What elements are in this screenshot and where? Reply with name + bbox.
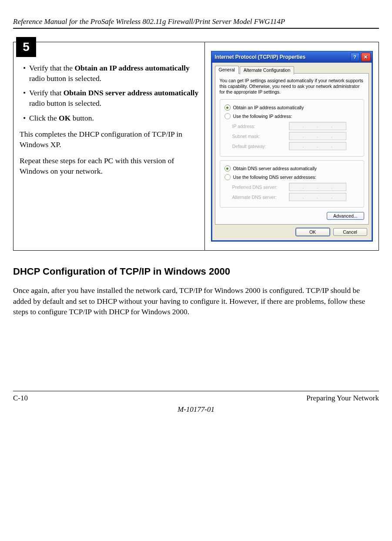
radio-use-following-dns[interactable]: Use the following DNS server addresses: [224,174,359,180]
step-screenshot-cell: Internet Protocol (TCP/IP) Properties ? … [205,42,379,250]
radio-label: Obtain DNS server address automatically [233,166,317,171]
field-label: Default gateway: [232,144,289,149]
step-paragraph: This completes the DHCP configuration of… [20,129,201,150]
radio-label: Obtain an IP address automatically [233,105,304,110]
section-heading: DHCP Configuration of TCP/IP in Windows … [13,266,379,277]
bullet-bold: Obtain DNS server address automatically [64,88,198,97]
radio-obtain-dns-auto[interactable]: Obtain DNS server address automatically [224,165,359,171]
tcpip-properties-dialog: Internet Protocol (TCP/IP) Properties ? … [211,51,373,242]
page-number: C-10 [13,394,28,403]
radio-label: Use the following IP address: [233,114,292,119]
alternate-dns-row: Alternate DNS server: ... [232,193,359,201]
cancel-button[interactable]: Cancel [333,228,367,236]
tab-strip: General Alternate Configuration [215,65,369,74]
instruction-bullet: • Click the OK button. [23,113,201,124]
bullet-text: button. [70,114,94,122]
bullet-text: Click the [29,114,59,122]
tab-pane-general: You can get IP settings assigned automat… [215,73,369,225]
instruction-bullet: • Verify that Obtain DNS server address … [23,88,201,108]
default-gateway-input: ... [289,142,346,150]
step-number-badge: 5 [16,37,36,57]
bullet-text: Verify that the [29,64,74,72]
field-label: Subnet mask: [232,134,289,139]
default-gateway-row: Default gateway: ... [232,142,359,150]
help-icon[interactable]: ? [350,53,360,61]
bullet-dot: • [23,88,29,108]
tab-general[interactable]: General [215,66,239,74]
tab-alternate-configuration[interactable]: Alternate Configuration [240,66,294,74]
footer-rule [13,391,379,391]
ok-button[interactable]: OK [296,228,330,236]
bullet-text: Verify that [29,88,64,97]
bullet-text: radio button is selected. [29,74,101,83]
ip-address-input: ... [289,122,346,130]
alternate-dns-input: ... [289,193,346,201]
radio-icon [224,104,231,111]
ip-address-group: Obtain an IP address automatically Use t… [220,99,364,157]
bullet-bold: OK [59,114,70,122]
bullet-text: radio button is selected. [29,99,101,108]
dns-group: Obtain DNS server address automatically … [220,160,364,208]
subnet-mask-row: Subnet mask: ... [232,132,359,140]
bullet-bold: Obtain an IP address automatically [74,64,189,72]
footer-section-title: Preparing Your Network [306,394,379,403]
dialog-title: Internet Protocol (TCP/IP) Properties [215,54,350,60]
radio-icon [224,113,231,119]
step-paragraph: Repeat these steps for each PC with this… [20,156,201,176]
subnet-mask-input: ... [289,132,346,140]
radio-use-following-ip[interactable]: Use the following IP address: [224,113,359,119]
dialog-titlebar[interactable]: Internet Protocol (TCP/IP) Properties ? … [211,51,372,63]
step-text-cell: 5 • Verify that the Obtain an IP address… [13,42,205,250]
field-label: Preferred DNS server: [232,185,289,190]
preferred-dns-input: ... [289,183,346,191]
close-icon[interactable]: ✕ [361,53,371,61]
ip-address-row: IP address: ... [232,122,359,130]
radio-icon [224,174,231,180]
dialog-help-text: You can get IP settings assigned automat… [220,78,364,95]
page-footer: C-10 Preparing Your Network M-10177-01 [13,391,379,414]
radio-label: Use the following DNS server addresses: [233,175,316,180]
step-table: 5 • Verify that the Obtain an IP address… [13,42,379,251]
document-id: M-10177-01 [13,405,379,414]
section-body: Once again, after you have installed the… [13,285,379,316]
bullet-dot: • [23,63,29,84]
header-rule [13,28,379,29]
preferred-dns-row: Preferred DNS server: ... [232,183,359,191]
radio-icon [224,165,231,171]
advanced-button[interactable]: Advanced... [327,212,364,220]
bullet-dot: • [23,113,29,124]
field-label: Alternate DNS server: [232,195,289,200]
instruction-bullet: • Verify that the Obtain an IP address a… [23,63,201,84]
field-label: IP address: [232,124,289,129]
running-header: Reference Manual for the ProSafe Wireles… [13,17,379,26]
radio-obtain-ip-auto[interactable]: Obtain an IP address automatically [224,104,359,111]
